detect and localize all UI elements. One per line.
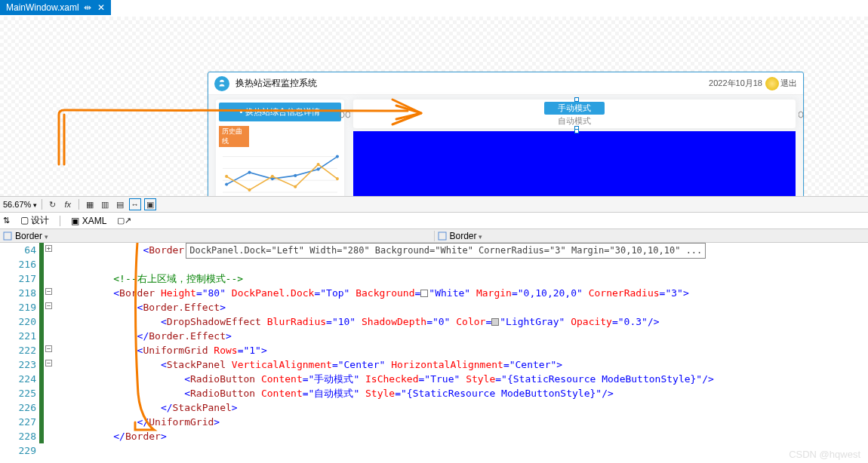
xaml-tab[interactable]: ▣ XAML [66, 215, 111, 227]
svg-rect-21 [439, 232, 446, 240]
grid-icon[interactable]: ▦ [84, 198, 96, 210]
fold-collapse-icon[interactable]: − [45, 360, 52, 366]
right-card: 手动模式 自动模式 [353, 100, 796, 210]
svg-point-5 [248, 171, 251, 174]
history-header: 历史曲线 [219, 126, 249, 147]
fold-collapse-icon[interactable]: − [45, 288, 52, 295]
pin-icon[interactable]: ⇹ [84, 2, 91, 13]
designer-surface[interactable]: 换热站远程监控系统 2022年10月18 退出 换热站综合信息详情 历史曲线 [0, 17, 868, 213]
code-body[interactable]: <BorderDockPanel.Dock="Left" Width="280"… [54, 243, 868, 463]
svg-point-8 [317, 167, 320, 170]
app-title: 换热站远程监控系统 [235, 77, 317, 90]
code-editor[interactable]: 64216217 218219220 221222223 224225226 2… [0, 243, 868, 463]
fx-icon[interactable]: fx [62, 198, 74, 210]
collapsed-attributes[interactable]: DockPanel.Dock="Left" Width="280" Backgr… [186, 243, 706, 259]
chain-icon [340, 110, 350, 118]
left-info-card: 换热站综合信息详情 历史曲线 周一周二周三 [216, 100, 344, 210]
border-icon [438, 232, 447, 241]
fold-collapse-icon[interactable]: − [45, 345, 52, 352]
svg-point-12 [271, 175, 274, 178]
file-tab[interactable]: MainWindow.xaml ⇹ ✕ [0, 0, 111, 15]
svg-point-18 [799, 112, 803, 118]
app-logo-icon [214, 76, 229, 91]
close-icon[interactable]: ✕ [97, 2, 105, 13]
border-icon [3, 232, 12, 241]
guides-icon[interactable]: ▤ [114, 198, 126, 210]
design-xaml-tabs: ⇅ ▢ 设计 ▣ XAML ▢↗ [0, 213, 868, 229]
breadcrumb-left[interactable]: Border [15, 231, 48, 241]
bulb-icon[interactable] [765, 77, 779, 90]
swap-icon[interactable]: ⇅ [3, 216, 10, 225]
svg-point-7 [294, 174, 297, 177]
svg-point-14 [317, 163, 320, 166]
svg-point-4 [225, 182, 228, 186]
watermark: CSDN @hqwest [789, 449, 860, 460]
zoom-dropdown[interactable]: 56.67% [3, 200, 37, 209]
svg-point-15 [336, 177, 339, 180]
snap-icon[interactable]: ▥ [99, 198, 111, 210]
svg-point-13 [294, 186, 297, 189]
file-tab-title: MainWindow.xaml [6, 2, 79, 13]
left-card-tab[interactable]: 换热站综合信息详情 [219, 103, 341, 121]
logout-label[interactable]: 退出 [780, 78, 797, 89]
auto-mode-radio[interactable]: 自动模式 [544, 115, 605, 127]
mode-stack[interactable]: 手动模式 自动模式 [544, 102, 605, 127]
svg-point-16 [340, 112, 344, 118]
svg-point-10 [225, 175, 228, 178]
svg-rect-20 [4, 232, 11, 240]
refresh-icon[interactable]: ↻ [47, 198, 59, 210]
date-label: 2022年10月18 [709, 78, 762, 89]
preview-window[interactable]: 换热站远程监控系统 2022年10月18 退出 换热站综合信息详情 历史曲线 [208, 72, 804, 211]
layers-icon[interactable]: ▣ [144, 198, 156, 210]
popout-icon[interactable]: ▢↗ [117, 216, 131, 225]
design-tab[interactable]: ▢ 设计 [16, 213, 54, 228]
chain-icon [799, 110, 804, 118]
mode-bar: 手动模式 自动模式 [353, 100, 796, 128]
preview-titlebar: 换热站远程监控系统 2022年10月18 退出 [208, 72, 803, 95]
fold-collapse-icon[interactable]: − [45, 302, 52, 309]
manual-mode-radio[interactable]: 手动模式 [544, 102, 605, 115]
fold-column[interactable]: + − − − − [44, 243, 54, 463]
line-gutter: 64216217 218219220 221222223 224225226 2… [0, 243, 39, 463]
designer-toolbar: 56.67% ↻ fx ▦ ▥ ▤ ↔ ▣ [0, 196, 868, 213]
arrow-tool-icon[interactable]: ↔ [129, 198, 141, 210]
svg-point-11 [248, 189, 251, 192]
breadcrumb-right[interactable]: Border [450, 231, 483, 241]
fold-expand-icon[interactable]: + [45, 245, 52, 252]
breadcrumb: Border Border [0, 229, 868, 243]
svg-point-9 [336, 155, 339, 158]
svg-point-17 [346, 112, 350, 118]
